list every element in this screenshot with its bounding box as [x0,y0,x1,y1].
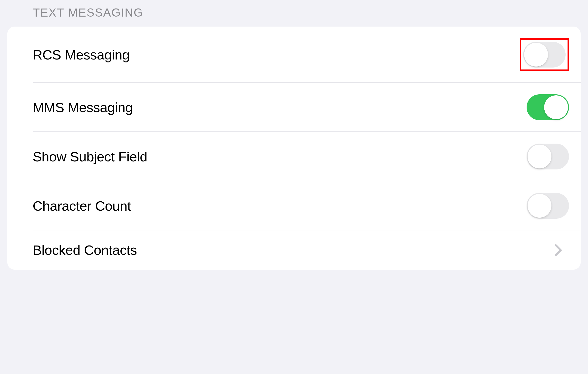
toggle-character-count[interactable] [527,193,569,219]
section-header: TEXT MESSAGING [1,1,587,27]
highlight-box [520,38,569,71]
chevron-right-icon [555,244,562,256]
toggle-mms-messaging[interactable] [527,94,569,120]
toggle-knob [528,145,551,169]
row-rcs-messaging: RCS Messaging [7,27,581,83]
settings-group: RCS Messaging MMS Messaging Show Subject… [7,27,581,270]
row-character-count: Character Count [7,181,581,230]
toggle-rcs-messaging[interactable] [523,42,566,67]
toggle-show-subject-field[interactable] [527,144,569,170]
row-label: Character Count [33,198,131,214]
toggle-knob [544,95,568,119]
row-label: MMS Messaging [33,99,133,115]
row-label: Blocked Contacts [33,242,137,258]
toggle-knob [528,194,551,218]
toggle-knob [524,43,548,66]
row-show-subject-field: Show Subject Field [7,132,581,181]
row-label: Show Subject Field [33,149,147,165]
row-blocked-contacts[interactable]: Blocked Contacts [7,230,581,270]
row-mms-messaging: MMS Messaging [7,83,581,132]
row-label: RCS Messaging [33,47,130,63]
